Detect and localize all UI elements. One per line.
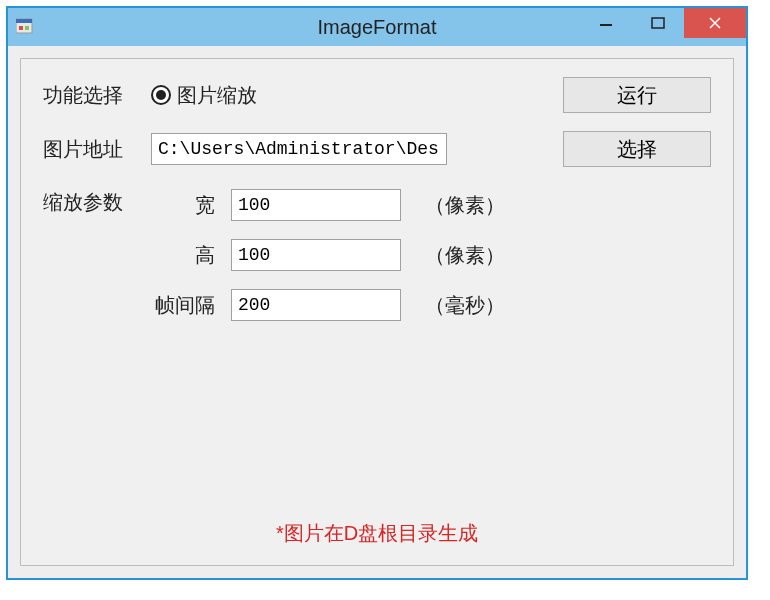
- param-row-interval: 帧间隔 （毫秒）: [151, 289, 711, 321]
- titlebar: ImageFormat: [8, 8, 746, 46]
- unit-interval: （毫秒）: [425, 292, 505, 319]
- close-button[interactable]: [684, 8, 746, 38]
- run-button[interactable]: 运行: [563, 77, 711, 113]
- row-image-path: 图片地址 选择: [43, 131, 711, 167]
- radio-group-function: 图片缩放: [151, 82, 563, 109]
- label-width: 宽: [151, 192, 231, 219]
- unit-width: （像素）: [425, 192, 505, 219]
- row-scale-params: 缩放参数 宽 （像素） 高 （像素） 帧间隔: [43, 189, 711, 339]
- app-window: ImageFormat 功能选择 图片缩放: [6, 6, 748, 580]
- maximize-button[interactable]: [632, 8, 684, 38]
- svg-rect-3: [25, 26, 29, 30]
- unit-height: （像素）: [425, 242, 505, 269]
- window-controls: [580, 8, 746, 40]
- label-image-path: 图片地址: [43, 136, 151, 163]
- select-button[interactable]: 选择: [563, 131, 711, 167]
- app-icon: [16, 17, 36, 37]
- radio-image-scale[interactable]: [151, 85, 171, 105]
- footer-note: *图片在D盘根目录生成: [276, 520, 478, 547]
- param-row-height: 高 （像素）: [151, 239, 711, 271]
- label-height: 高: [151, 242, 231, 269]
- svg-rect-5: [652, 18, 664, 28]
- row-function-select: 功能选择 图片缩放 运行: [43, 77, 711, 113]
- main-panel: 功能选择 图片缩放 运行 图片地址 选择 缩放参数 宽: [20, 58, 734, 566]
- params-container: 宽 （像素） 高 （像素） 帧间隔 （毫秒）: [151, 189, 711, 339]
- label-scale-params: 缩放参数: [43, 189, 151, 216]
- svg-rect-2: [19, 26, 23, 30]
- width-input[interactable]: [231, 189, 401, 221]
- radio-dot-icon: [156, 90, 166, 100]
- client-area: 功能选择 图片缩放 运行 图片地址 选择 缩放参数 宽: [8, 46, 746, 578]
- svg-rect-1: [16, 19, 32, 23]
- label-interval: 帧间隔: [151, 292, 231, 319]
- window-title: ImageFormat: [318, 16, 437, 39]
- path-input[interactable]: [151, 133, 447, 165]
- interval-input[interactable]: [231, 289, 401, 321]
- radio-label-image-scale: 图片缩放: [177, 82, 257, 109]
- param-row-width: 宽 （像素）: [151, 189, 711, 221]
- height-input[interactable]: [231, 239, 401, 271]
- label-function-select: 功能选择: [43, 82, 151, 109]
- minimize-button[interactable]: [580, 8, 632, 38]
